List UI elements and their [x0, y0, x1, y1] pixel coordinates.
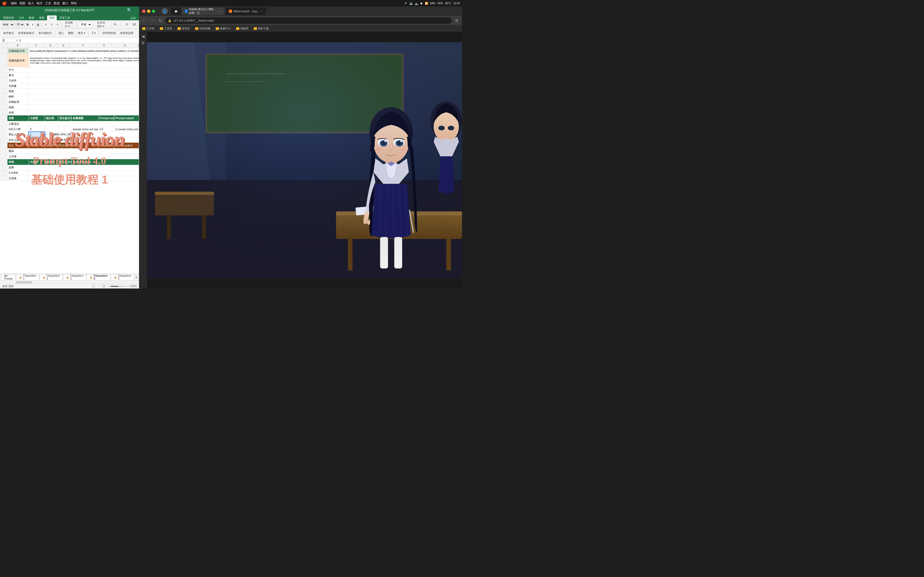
italic-btn[interactable]: I: [31, 22, 35, 27]
rownum-5: [0, 78, 8, 83]
bookmark-video[interactable]: 视频类: [235, 26, 249, 31]
sheet-tab-char2[interactable]: 🔒 Characters 2: [40, 274, 63, 280]
menu-insert[interactable]: 插入: [28, 2, 34, 5]
align-center-btn[interactable]: ≡: [50, 23, 54, 26]
menu-edit[interactable]: 编辑: [11, 2, 17, 5]
font-size-select[interactable]: 10: [16, 22, 24, 27]
pagebreak-icon[interactable]: 📋: [102, 285, 106, 288]
format-btn[interactable]: 格式 ▾: [76, 31, 87, 35]
normal-view-icon[interactable]: 📄: [97, 285, 100, 288]
cell-girls-value[interactable]: 2个: [29, 137, 45, 142]
menu-data[interactable]: 数据: [54, 2, 60, 5]
maximize-btn-tl[interactable]: [152, 10, 155, 13]
insert-btn[interactable]: 插入: [57, 31, 66, 35]
favicon-autodl: [185, 10, 187, 13]
bold-btn[interactable]: B: [26, 22, 30, 27]
zoom-in-btn[interactable]: +: [128, 285, 129, 288]
formula-input[interactable]: [19, 39, 137, 42]
scrollbar-thumb[interactable]: [16, 281, 32, 284]
battery-icon: 89%: [430, 2, 436, 5]
bookmark-tools[interactable]: 工具类: [159, 26, 173, 31]
apple-menu[interactable]: 🍎: [2, 1, 7, 5]
share-btn[interactable]: 共享: [128, 16, 138, 20]
delete-btn[interactable]: 删除: [66, 31, 75, 35]
font-name-select[interactable]: Arial: [2, 22, 15, 27]
page-layout-icon[interactable]: ⬜: [92, 285, 95, 288]
close-tab-jupyter[interactable]: ×: [261, 10, 263, 13]
browser-tab-new[interactable]: 🔲: [171, 8, 181, 15]
sheet-tab-char4[interactable]: 🔒 Characters 4: [87, 274, 110, 280]
sidebar-grid-btn[interactable]: ⊞: [141, 40, 145, 45]
col-header-g: G: [96, 43, 112, 48]
rownum-e1: [0, 165, 8, 170]
format-select[interactable]: 常规: [79, 22, 92, 27]
percent-btn[interactable]: %: [112, 23, 118, 26]
zoom-slider[interactable]: [110, 286, 126, 287]
increase-decimal-btn[interactable]: .0: [124, 23, 129, 26]
cell-positive-content[interactable]: best quality,8k,highres,masterpiece:1.2,…: [29, 48, 139, 54]
align-left-btn[interactable]: ≡: [44, 23, 48, 26]
cell-style-btn[interactable]: 单元格样式: [37, 31, 53, 35]
settings-btn[interactable]: ⚙: [454, 18, 460, 24]
cell-custom-count-value[interactable]: 3: [29, 127, 45, 132]
merge-btn[interactable]: 合并后居中 ▾: [95, 20, 109, 29]
menu-help[interactable]: 帮助: [71, 2, 77, 5]
sort-btn[interactable]: 排序和筛选: [101, 31, 117, 35]
cond-format-btn[interactable]: 条件格式: [2, 31, 16, 35]
close-btn-tl[interactable]: [142, 10, 145, 13]
excel-search-icon[interactable]: 🔍: [127, 8, 132, 12]
close-tab-autodl[interactable]: ×: [220, 10, 221, 13]
tab-formula[interactable]: 公式: [16, 16, 26, 20]
tab-layout[interactable]: 页面布局: [1, 16, 16, 20]
back-btn[interactable]: ←: [141, 18, 148, 24]
sheet-tab-add[interactable]: +: [134, 274, 138, 280]
zoom-out-btn[interactable]: −: [108, 285, 109, 288]
address-bar[interactable]: 🔒 127.0.0.1:6006/?__theme=dark: [165, 18, 452, 24]
bookmark-news[interactable]: 资讯类: [176, 26, 191, 31]
refresh-btn[interactable]: ↻: [157, 18, 164, 24]
tab-view[interactable]: 视图: [47, 16, 57, 20]
lock-icon-5: 🔒: [114, 276, 117, 279]
menu-tools[interactable]: 工具: [45, 2, 51, 5]
cell-boys-value[interactable]: 1: [29, 132, 45, 137]
cell-reference[interactable]: [2, 38, 15, 42]
cell-stars-label: 日月星辰: [8, 171, 29, 176]
tab-dev[interactable]: 开发工具: [57, 16, 72, 20]
bookmark-work[interactable]: 工作类: [141, 26, 156, 31]
sheet-tab-char1[interactable]: 🔒 Characters 1: [16, 274, 39, 280]
sheet-tab-prompt[interactable]: ate Prompt: [1, 274, 16, 280]
sep1: [42, 22, 42, 27]
align-right-btn[interactable]: ≡: [55, 23, 60, 26]
sum-btn[interactable]: Σ ▾: [90, 31, 97, 35]
forward-btn[interactable]: →: [149, 18, 156, 24]
browser-profile-icon[interactable]: 👤: [162, 8, 168, 15]
bookmark-nas[interactable]: NAS攻略: [194, 26, 212, 31]
table-format-btn[interactable]: 套用表格格式: [16, 31, 36, 35]
cell-negative-label[interactable]: 负面的提示词: [8, 54, 29, 67]
menu-format[interactable]: 格式: [37, 2, 42, 5]
sep6: [55, 31, 55, 36]
bookmark-movie[interactable]: 电影下载: [253, 26, 270, 31]
bookmark-home[interactable]: 家庭中心: [215, 26, 232, 31]
cell-advanced-content: [29, 105, 139, 110]
menu-window[interactable]: 窗口: [62, 2, 68, 5]
tab-data[interactable]: 数据: [27, 16, 36, 20]
scrollbar-horizontal[interactable]: [0, 280, 139, 284]
minimize-btn-tl[interactable]: [147, 10, 150, 13]
cell-action-out2: Prompt output: [115, 143, 139, 148]
browser-tab-autodl[interactable]: AutoDL算力云 | 弹性、好用，主 ×: [182, 8, 225, 15]
menu-view[interactable]: 视图: [19, 2, 26, 5]
comma-btn[interactable]: ,: [119, 23, 123, 26]
sheet-tab-char5[interactable]: 🔒 Characters 5: [111, 274, 134, 280]
cell-positive-label[interactable]: 正面的提示词: [8, 48, 29, 54]
browser-tab-jupyter[interactable]: MainUI.ipynb - Jupy... ×: [226, 8, 266, 15]
sheet-tab-char3[interactable]: 🔒 Characters 3: [63, 274, 86, 280]
rownum-10: [0, 105, 8, 110]
cell-negative-content[interactable]: EasyNegative,(nsfw:1.5),verybadimage neg…: [29, 54, 139, 67]
tab-review[interactable]: 审阅: [37, 16, 47, 20]
sidebar-back-btn[interactable]: ◀: [142, 34, 145, 39]
auto-wrap-btn[interactable]: 自动换行 ▾: [63, 20, 75, 29]
underline-btn[interactable]: U: [36, 22, 40, 27]
decrease-decimal-btn[interactable]: .00: [131, 23, 137, 26]
find-btn[interactable]: 查找和选择: [118, 31, 135, 35]
